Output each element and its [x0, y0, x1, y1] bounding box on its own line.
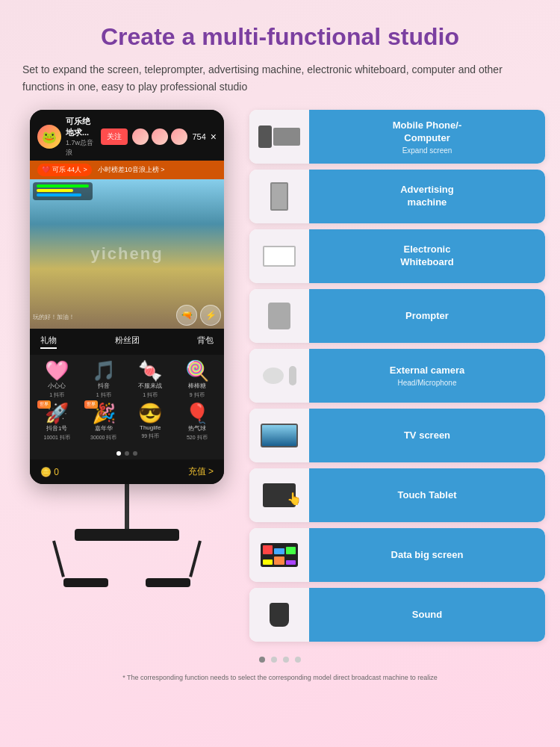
- feature-card-whiteboard[interactable]: ElectronicWhiteboard: [249, 229, 545, 283]
- stand-leg-left: [52, 541, 65, 577]
- gift-item-6[interactable]: 世界 🎉 嘉年华 30000 抖币: [83, 403, 125, 441]
- gift-name-3: 不服来战: [138, 382, 162, 390]
- feature-label-text-data: Data big screen: [391, 549, 464, 562]
- watermark: yicheng: [90, 244, 163, 264]
- tab-fans[interactable]: 粉丝团: [115, 335, 140, 349]
- gift-item-4[interactable]: 🍭 棒棒糖 9 抖币: [176, 361, 219, 399]
- feature-label-text-sound: Sound: [412, 609, 442, 622]
- feature-label-text-mobile: Mobile Phone/-Computer: [393, 120, 461, 145]
- game-btn-2[interactable]: ⚡: [200, 305, 221, 326]
- gift-name-6: 嘉年华: [95, 424, 113, 433]
- game-ui-top: [33, 182, 221, 200]
- data-bar-4: [263, 560, 273, 565]
- feature-card-sound[interactable]: Sound: [249, 588, 545, 642]
- feature-label-prompter: Prompter: [309, 289, 545, 343]
- gift-price-3: 1 抖币: [143, 391, 158, 399]
- dot-2: [125, 451, 129, 456]
- pagination: [15, 649, 545, 670]
- feature-image-camera: [249, 349, 309, 403]
- user-icon-1: [132, 128, 149, 145]
- hot-text[interactable]: 小时榜差10音浪上榜 >: [98, 165, 165, 175]
- content-area: 🐸 可乐绝地求... 1.7w总音浪 关注 754 ×: [15, 110, 545, 642]
- energy-bar: [37, 189, 73, 192]
- gift-price-2: 1 抖币: [96, 391, 111, 399]
- feature-card-mobile[interactable]: Mobile Phone/-Computer Expand screen: [249, 110, 545, 164]
- gift-price-8: 520 抖币: [187, 434, 208, 441]
- feature-card-tv[interactable]: TV screen: [249, 409, 545, 462]
- close-icon[interactable]: ×: [211, 131, 217, 143]
- phone-header: 🐸 可乐绝地求... 1.7w总音浪 关注 754 ×: [30, 110, 224, 161]
- finger-icon: 👆: [287, 492, 302, 506]
- gift-price-4: 9 抖币: [190, 391, 205, 399]
- page-dot-2[interactable]: [271, 657, 277, 663]
- game-btn-1[interactable]: 🔫: [176, 305, 197, 326]
- feature-label-text-whiteboard: ElectronicWhiteboard: [400, 244, 454, 269]
- world-badge-6: 世界: [84, 400, 98, 409]
- prompter-shape: [268, 303, 290, 329]
- icons-row: [132, 128, 187, 145]
- stand-base: [75, 529, 179, 541]
- phone-shape: [258, 125, 272, 148]
- laptop-shape: [273, 128, 300, 146]
- tabs-row: 礼物 粉丝团 背包: [30, 329, 224, 355]
- feature-label-text-advertising: Advertisingmachine: [400, 184, 454, 209]
- gift-item-8[interactable]: 🎈 热气球 520 抖币: [176, 403, 219, 441]
- gift-price-1: 1 抖币: [49, 391, 64, 399]
- phone-section: 🐸 可乐绝地求... 1.7w总音浪 关注 754 ×: [15, 110, 239, 587]
- footer-note: * The corresponding function needs to se…: [15, 670, 545, 686]
- gift-item-3[interactable]: 🍬 不服来战 1 抖币: [129, 361, 172, 399]
- whiteboard-shape: [263, 246, 296, 267]
- speaker-shape: [270, 603, 289, 627]
- user-icon-2: [152, 128, 168, 145]
- gift-name-2: 抖音: [98, 382, 110, 390]
- feature-image-tv: [249, 409, 309, 462]
- gift-name-8: 热气球: [188, 424, 206, 433]
- data-bar-2: [274, 548, 284, 554]
- comment-text: 玩的好！加油！: [33, 313, 179, 321]
- tab-bag[interactable]: 背包: [197, 335, 214, 349]
- recharge-button[interactable]: 充值 >: [188, 465, 214, 478]
- prompter-icon: [268, 303, 290, 329]
- phone-laptop-icon: [258, 125, 300, 148]
- username: 可乐绝地求...: [66, 116, 96, 138]
- tablet-icon: 👆: [263, 483, 296, 507]
- data-screen-shape: [261, 543, 298, 567]
- ammo-bar: [37, 193, 81, 196]
- gift-item-1[interactable]: 🩷 小心心 1 抖币: [36, 361, 78, 399]
- feature-label-camera: External camera Head/Microphone: [309, 349, 545, 403]
- gift-item-7[interactable]: 😎 Thuglife 99 抖币: [129, 403, 172, 441]
- gift-item-2[interactable]: 🎵 抖音 1 抖币: [83, 361, 125, 399]
- game-stats: [33, 182, 93, 200]
- stand-foot: [45, 578, 209, 587]
- feature-label-data: Data big screen: [309, 528, 545, 582]
- page-dot-1[interactable]: [259, 657, 265, 663]
- feature-label-advertising: Advertisingmachine: [309, 170, 545, 223]
- page-dot-3[interactable]: [283, 657, 289, 663]
- feature-label-text-prompter: Prompter: [405, 310, 449, 323]
- gift-page-dots: [30, 447, 224, 459]
- tv-shape: [261, 424, 298, 447]
- data-bar-3: [286, 547, 296, 554]
- feature-card-data[interactable]: Data big screen: [249, 528, 545, 582]
- adv-screen-shape: [270, 182, 288, 211]
- feature-card-advertising[interactable]: Advertisingmachine: [249, 170, 545, 223]
- avatar: 🐸: [37, 125, 61, 149]
- dot-1: [116, 451, 121, 456]
- follow-button[interactable]: 关注: [101, 128, 128, 145]
- hot-badge: ❤️ 可乐 44人 >: [37, 164, 92, 176]
- data-bar-6: [286, 560, 296, 565]
- page-dot-4[interactable]: [295, 657, 301, 663]
- game-ui-bottom: 🔫 ⚡: [176, 305, 221, 326]
- feature-card-prompter[interactable]: Prompter: [249, 289, 545, 343]
- feature-text-camera: External camera Head/Microphone: [390, 365, 464, 387]
- data-bar-5: [274, 557, 284, 565]
- gift-item-5[interactable]: 世界 🚀 抖音1号 10001 抖币: [36, 403, 78, 441]
- data-bar-1: [263, 545, 273, 554]
- feature-card-tablet[interactable]: 👆 Touch Tablet: [249, 468, 545, 522]
- gift-emoji-3: 🍬: [138, 361, 162, 380]
- feature-text-mobile: Mobile Phone/-Computer Expand screen: [393, 120, 461, 155]
- feature-label-text-camera: External camera: [390, 365, 464, 377]
- tab-gifts[interactable]: 礼物: [40, 335, 57, 349]
- feature-card-camera[interactable]: External camera Head/Microphone: [249, 349, 545, 403]
- username-area: 可乐绝地求... 1.7w总音浪: [66, 116, 96, 158]
